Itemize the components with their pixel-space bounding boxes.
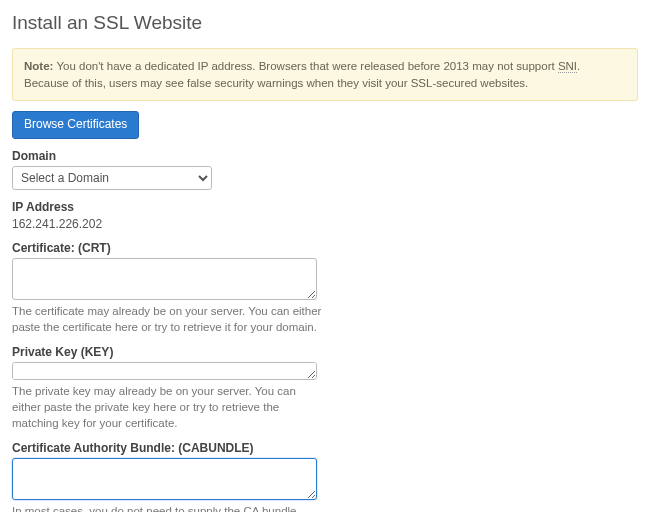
private-key-help: The private key may already be on your s… bbox=[12, 383, 322, 431]
sni-abbr: SNI bbox=[558, 60, 577, 73]
cabundle-label: Certificate Authority Bundle: (CABUNDLE) bbox=[12, 441, 638, 455]
certificate-crt-label: Certificate: (CRT) bbox=[12, 241, 638, 255]
page-title: Install an SSL Website bbox=[12, 12, 638, 34]
note-text-before: You don't have a dedicated IP address. B… bbox=[53, 60, 557, 72]
sni-note: Note: You don't have a dedicated IP addr… bbox=[12, 48, 638, 101]
browse-certificates-button[interactable]: Browse Certificates bbox=[12, 111, 139, 139]
certificate-crt-textarea[interactable] bbox=[12, 258, 317, 300]
note-label: Note: bbox=[24, 60, 53, 72]
ip-address-label: IP Address bbox=[12, 200, 638, 214]
domain-select[interactable]: Select a Domain bbox=[12, 166, 212, 190]
private-key-textarea[interactable] bbox=[12, 362, 317, 380]
private-key-label: Private Key (KEY) bbox=[12, 345, 638, 359]
cabundle-textarea[interactable] bbox=[12, 458, 317, 500]
domain-label: Domain bbox=[12, 149, 638, 163]
ip-address-value: 162.241.226.202 bbox=[12, 217, 102, 231]
certificate-crt-help: The certificate may already be on your s… bbox=[12, 303, 322, 335]
cabundle-help: In most cases, you do not need to supply… bbox=[12, 503, 322, 512]
